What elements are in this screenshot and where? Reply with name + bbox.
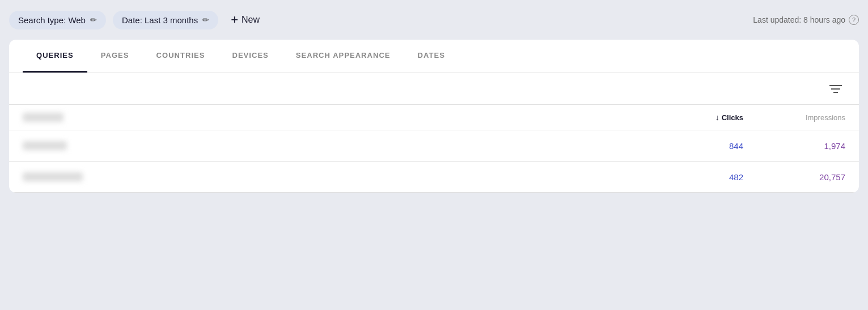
- tab-devices[interactable]: DEVICES: [218, 40, 282, 73]
- date-filter-label: Date: Last 3 months: [122, 15, 198, 25]
- row-1-clicks: 844: [641, 141, 743, 151]
- filter-button[interactable]: [826, 80, 845, 97]
- tabs-bar: QUERIES PAGES COUNTRIES DEVICES SEARCH A…: [9, 40, 859, 73]
- clicks-column-header[interactable]: ↓ Clicks: [641, 113, 743, 122]
- tab-dates[interactable]: DATES: [404, 40, 459, 73]
- date-edit-icon: ✏: [202, 15, 209, 24]
- tab-queries[interactable]: QUERIES: [23, 40, 87, 73]
- last-updated: Last updated: 8 hours ago ?: [753, 15, 859, 25]
- sort-down-icon: ↓: [715, 113, 719, 122]
- filter-bar: [9, 73, 859, 105]
- row-2-label: sitemap example: [23, 172, 641, 182]
- filter-icon: [829, 84, 842, 94]
- row-2-impressions: 20,757: [743, 172, 845, 182]
- table-row: interview del 844 1,974: [9, 130, 859, 162]
- row-2-clicks: 482: [641, 172, 743, 182]
- new-button[interactable]: + New: [225, 9, 265, 31]
- last-updated-text: Last updated: 8 hours ago: [753, 15, 845, 24]
- main-card: QUERIES PAGES COUNTRIES DEVICES SEARCH A…: [9, 40, 859, 193]
- row-1-impressions: 1,974: [743, 141, 845, 151]
- help-icon[interactable]: ?: [849, 15, 859, 25]
- tab-pages[interactable]: PAGES: [87, 40, 143, 73]
- tab-countries[interactable]: COUNTRIES: [143, 40, 219, 73]
- tab-search-appearance[interactable]: SEARCH APPEARANCE: [282, 40, 404, 73]
- top-bar: Search type: Web ✏ Date: Last 3 months ✏…: [9, 9, 859, 31]
- impressions-column-header[interactable]: Impressions: [743, 113, 845, 122]
- search-type-label: Search type: Web: [18, 15, 86, 25]
- new-button-label: New: [242, 15, 260, 25]
- table-row: sitemap example 482 20,757: [9, 162, 859, 193]
- search-type-filter[interactable]: Search type: Web ✏: [9, 11, 106, 29]
- search-type-edit-icon: ✏: [90, 15, 97, 24]
- plus-icon: +: [231, 14, 238, 26]
- row-1-label: interview del: [23, 141, 641, 151]
- top-queries-label: Top queries: [23, 113, 63, 122]
- queries-table: Top queries ↓ Clicks Impressions intervi…: [9, 105, 859, 193]
- table-header: Top queries ↓ Clicks Impressions: [9, 105, 859, 130]
- date-filter[interactable]: Date: Last 3 months ✏: [113, 11, 218, 29]
